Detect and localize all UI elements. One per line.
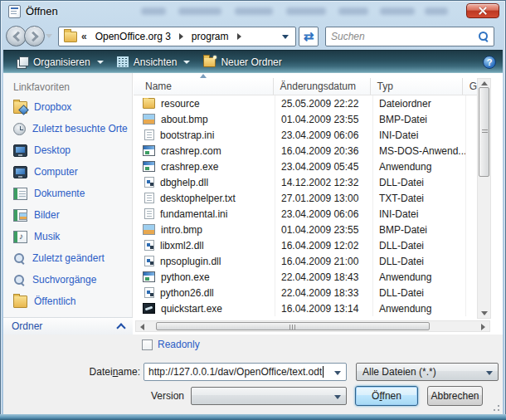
txt-file-icon <box>144 193 154 203</box>
scroll-left-icon[interactable] <box>140 324 144 330</box>
breadcrumb-separator-icon[interactable] <box>179 33 183 40</box>
application-file-icon <box>143 161 155 172</box>
file-row[interactable]: fundamental.ini 23.04.2009 06:06INI-Date… <box>134 206 477 222</box>
address-bar[interactable]: « OpenOffice.org 3 program <box>58 27 296 46</box>
filetype-value: Alle Dateien (*.*) <box>362 366 436 378</box>
folders-expander[interactable]: Ordner <box>3 317 133 335</box>
forward-button[interactable] <box>24 26 45 46</box>
vertical-scroll-thumb[interactable] <box>479 87 489 177</box>
documents-icon <box>13 188 27 200</box>
folders-label: Ordner <box>12 320 118 332</box>
breadcrumb-openoffice[interactable]: OpenOffice.org 3 <box>92 28 174 45</box>
favorites-sidebar: Linkfavoriten Dropbox Zuletzt besuchte O… <box>3 73 133 335</box>
filename-value: http://127.0.0.1/dav/OpenOffice/text.odt <box>148 366 322 378</box>
cancel-button[interactable]: Abbrechen <box>427 386 483 406</box>
file-row[interactable]: python.exe 22.04.2009 18:43Anwendung <box>134 269 477 285</box>
sidebar-item-documents[interactable]: Dokumente <box>3 183 132 204</box>
search-placeholder: Suchen <box>331 31 479 42</box>
file-row[interactable]: python26.dll 22.04.2009 18:33DLL-Datei <box>134 285 477 300</box>
open-file-dialog: Öffnen « OpenOffice.org 3 program <box>0 0 506 420</box>
views-icon <box>117 56 129 67</box>
sidebar-item-pictures[interactable]: Bilder <box>3 204 132 226</box>
recent-pages-chevron[interactable] <box>46 34 52 38</box>
file-list: Name Änderungsdatum Typ G resource 25.05… <box>134 73 503 335</box>
search-box[interactable]: Suchen <box>325 27 494 46</box>
breadcrumb-program[interactable]: program <box>188 28 232 45</box>
filename-input[interactable]: http://127.0.0.1/dav/OpenOffice/text.odt <box>144 363 347 381</box>
filename-dropdown-arrow-icon[interactable] <box>334 371 341 375</box>
file-row[interactable]: libxml2.dll 16.04.2009 12:02DLL-Datei <box>134 237 477 253</box>
column-header-type[interactable]: Typ <box>371 78 463 95</box>
desktop-icon <box>13 144 27 157</box>
readonly-option[interactable]: Readonly <box>142 339 200 350</box>
bmp-file-icon <box>143 114 155 125</box>
column-header-size[interactable]: G <box>463 78 477 95</box>
readonly-checkbox[interactable] <box>142 339 153 350</box>
filetype-dropdown[interactable]: Alle Dateien (*.*) <box>356 363 499 381</box>
file-row[interactable]: resource 25.05.2009 22:22Dateiordner <box>134 95 477 111</box>
sidebar-item-computer[interactable]: Computer <box>3 161 132 183</box>
help-button[interactable]: ? <box>483 56 496 69</box>
sidebar-item-desktop[interactable]: Desktop <box>3 139 132 161</box>
back-arrow-icon <box>12 31 23 42</box>
filename-label: Dateiname: <box>28 366 140 378</box>
background-window-blur <box>178 7 221 15</box>
organize-button[interactable]: Organisieren <box>10 54 110 71</box>
scroll-right-icon[interactable] <box>481 324 485 330</box>
file-row[interactable]: intro.bmp 01.04.2009 23:55BMP-Datei <box>134 222 477 237</box>
version-label: Version <box>103 390 184 402</box>
application-file-icon <box>143 271 155 282</box>
background-window-blur <box>380 7 415 15</box>
refresh-button[interactable]: ⇄ <box>299 27 319 46</box>
sidebar-item-music[interactable]: Musik <box>3 226 132 247</box>
filetype-dropdown-arrow-icon <box>486 371 493 375</box>
recent-places-icon <box>13 123 26 135</box>
sidebar-item-searches[interactable]: Suchvorgänge <box>3 269 132 291</box>
sidebar-item-recently-changed[interactable]: Zuletzt geändert <box>3 247 132 269</box>
file-row[interactable]: dbghelp.dll 14.12.2002 12:32DLL-Datei <box>134 174 477 190</box>
sidebar-item-public[interactable]: Öffentlich <box>3 291 132 312</box>
main-area: Linkfavoriten Dropbox Zuletzt besuchte O… <box>3 73 503 335</box>
file-row[interactable]: about.bmp 01.04.2009 23:55BMP-Datei <box>134 111 477 127</box>
file-rows: resource 25.05.2009 22:22Dateiordner abo… <box>134 95 477 316</box>
file-row[interactable]: crashrep.exe 23.04.2009 05:45Anwendung <box>134 159 477 174</box>
readonly-label: Readonly <box>158 339 200 350</box>
public-folder-icon <box>13 295 27 308</box>
scroll-down-icon[interactable] <box>481 311 488 315</box>
window-title: Öffnen <box>26 5 58 17</box>
open-button[interactable]: Öffnen <box>355 386 418 406</box>
sidebar-item-label: Dropbox <box>34 101 71 113</box>
sidebar-item-label: Suchvorgänge <box>32 274 96 286</box>
horizontal-scrollbar[interactable] <box>135 320 490 332</box>
file-row[interactable]: npsoplugin.dll 16.04.2009 21:00DLL-Datei <box>134 253 477 269</box>
new-folder-button[interactable]: Neuer Ordner <box>197 54 288 71</box>
sidebar-item-label: Desktop <box>34 144 71 156</box>
sidebar-item-label: Musik <box>34 231 60 242</box>
sidebar-item-recent-places[interactable]: Zuletzt besuchte Orte <box>3 118 132 139</box>
horizontal-scroll-thumb[interactable] <box>156 322 430 330</box>
vertical-scrollbar[interactable] <box>477 78 491 319</box>
column-header-date[interactable]: Änderungsdatum <box>274 78 371 95</box>
breadcrumb-collapse-chevrons[interactable]: « <box>81 31 87 42</box>
resize-grip[interactable] <box>492 403 500 412</box>
file-row[interactable]: bootstrap.ini 23.04.2009 06:06INI-Datei <box>134 127 477 143</box>
chevron-up-icon <box>116 323 125 332</box>
new-folder-label: Neuer Ordner <box>221 56 281 68</box>
column-header-name[interactable]: Name <box>134 78 274 95</box>
close-button[interactable] <box>466 3 499 18</box>
breadcrumb-separator-icon[interactable] <box>237 33 241 40</box>
version-dropdown[interactable] <box>191 387 347 405</box>
file-row[interactable]: crashrep.com 16.04.2009 20:36MS-DOS-Anwe… <box>134 143 477 159</box>
views-button[interactable]: Ansichten <box>110 54 197 71</box>
file-row[interactable]: quickstart.exe 16.04.2009 13:14Anwendung <box>134 300 477 316</box>
sidebar-item-label: Dokumente <box>34 188 85 199</box>
address-dropdown-arrow-icon[interactable] <box>282 35 289 39</box>
pictures-icon <box>13 209 27 222</box>
scroll-up-icon[interactable] <box>481 81 488 85</box>
file-row[interactable]: desktophelper.txt 27.01.2009 13:00TXT-Da… <box>134 190 477 206</box>
title-bar[interactable]: Öffnen <box>0 0 506 23</box>
folder-icon <box>143 98 155 109</box>
sidebar-item-dropbox[interactable]: Dropbox <box>3 96 132 118</box>
dll-file-icon <box>144 240 154 251</box>
sidebar-item-label: Zuletzt geändert <box>32 252 105 264</box>
